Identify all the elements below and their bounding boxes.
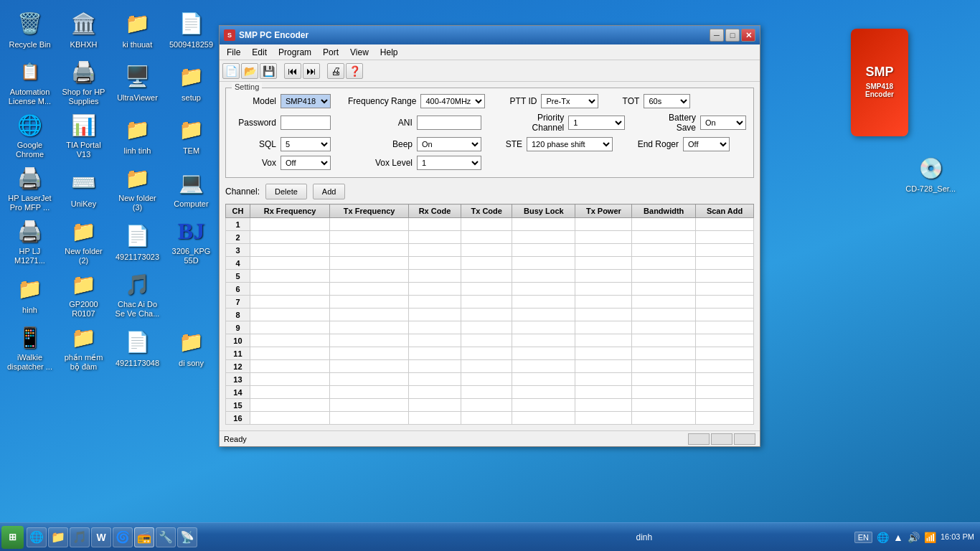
cell-data[interactable] — [575, 373, 632, 386]
table-row[interactable]: 1 — [226, 218, 754, 231]
cell-data[interactable] — [512, 347, 575, 360]
vox-level-select[interactable]: 1 — [417, 156, 481, 170]
cell-data[interactable] — [632, 231, 696, 244]
cell-data[interactable] — [575, 283, 632, 296]
cell-data[interactable] — [461, 244, 512, 257]
desktop-icon-hp-lj[interactable]: 🖨️ HP LJ M1271... — [3, 215, 57, 268]
toolbar-help-btn[interactable]: ❓ — [346, 63, 363, 79]
cell-data[interactable] — [330, 386, 409, 399]
cell-data[interactable] — [250, 270, 329, 283]
cell-data[interactable] — [575, 334, 632, 347]
cell-data[interactable] — [461, 270, 512, 283]
cell-data[interactable] — [632, 334, 696, 347]
cell-data[interactable] — [632, 283, 696, 296]
table-row[interactable]: 6 — [226, 283, 754, 296]
cell-data[interactable] — [461, 373, 512, 386]
table-row[interactable]: 2 — [226, 231, 754, 244]
cell-data[interactable] — [512, 334, 575, 347]
cell-data[interactable] — [512, 373, 575, 386]
cell-data[interactable] — [408, 334, 461, 347]
table-row[interactable]: 9 — [226, 321, 754, 334]
cell-data[interactable] — [632, 399, 696, 412]
cell-data[interactable] — [575, 360, 632, 373]
cell-data[interactable] — [575, 309, 632, 321]
cell-data[interactable] — [461, 347, 512, 360]
cell-data[interactable] — [696, 244, 754, 257]
desktop-icon-new-folder-3[interactable]: 📁 New folder (3) — [110, 162, 164, 215]
cell-data[interactable] — [632, 347, 696, 360]
toolbar-save-btn[interactable]: 💾 — [260, 63, 277, 79]
cell-data[interactable] — [575, 231, 632, 244]
cell-data[interactable] — [575, 244, 632, 257]
cell-data[interactable] — [696, 373, 754, 386]
cell-data[interactable] — [330, 399, 409, 412]
cell-data[interactable] — [330, 309, 409, 321]
cell-data[interactable] — [250, 283, 329, 296]
desktop-icon-kbhxh[interactable]: 🏛️ KBHXH — [57, 3, 110, 56]
cell-data[interactable] — [632, 321, 696, 334]
cell-data[interactable] — [330, 283, 409, 296]
cell-data[interactable] — [512, 244, 575, 257]
cell-data[interactable] — [512, 309, 575, 321]
cell-data[interactable] — [632, 360, 696, 373]
tot-select[interactable]: 60s — [644, 94, 690, 108]
table-row[interactable]: 3 — [226, 244, 754, 257]
cell-data[interactable] — [696, 334, 754, 347]
cell-data[interactable] — [461, 296, 512, 309]
cell-data[interactable] — [330, 321, 409, 334]
ste-select[interactable]: 120 phase shift — [527, 137, 613, 151]
cell-data[interactable] — [575, 270, 632, 283]
minimize-button[interactable]: ─ — [710, 29, 724, 42]
cell-data[interactable] — [408, 347, 461, 360]
desktop-icon-recycle-bin[interactable]: 🗑️ Recycle Bin — [3, 3, 57, 56]
cell-data[interactable] — [512, 231, 575, 244]
table-row[interactable]: 15 — [226, 399, 754, 412]
cell-data[interactable] — [461, 231, 512, 244]
tray-network-icon[interactable]: 🌐 — [877, 532, 889, 543]
table-row[interactable]: 7 — [226, 296, 754, 309]
cell-data[interactable] — [250, 360, 329, 373]
beep-select[interactable]: On — [417, 137, 481, 151]
desktop-icon-tem[interactable]: 📁 TEM — [164, 109, 218, 162]
cell-data[interactable] — [330, 360, 409, 373]
cell-data[interactable] — [632, 309, 696, 321]
cell-data[interactable] — [696, 386, 754, 399]
cell-data[interactable] — [250, 296, 329, 309]
taskbar-item-extra[interactable]: 📡 — [177, 527, 197, 547]
cell-data[interactable] — [461, 399, 512, 412]
cell-data[interactable] — [696, 257, 754, 270]
desktop-icon-new-folder-2[interactable]: 📁 New folder (2) — [57, 215, 110, 268]
menu-edit[interactable]: Edit — [246, 44, 273, 60]
cell-data[interactable] — [408, 386, 461, 399]
cell-data[interactable] — [408, 321, 461, 334]
cell-data[interactable] — [330, 257, 409, 270]
cell-data[interactable] — [408, 257, 461, 270]
cell-data[interactable] — [575, 399, 632, 412]
menu-file[interactable]: File — [221, 44, 246, 60]
desktop-icon-gp2000[interactable]: 📁 GP2000 R0107 — [57, 268, 110, 321]
cell-data[interactable] — [696, 296, 754, 309]
desktop-icon-setup[interactable]: 📁 setup — [164, 56, 218, 109]
cell-data[interactable] — [330, 296, 409, 309]
cell-data[interactable] — [575, 257, 632, 270]
cell-data[interactable] — [408, 283, 461, 296]
cell-data[interactable] — [250, 412, 329, 425]
cell-data[interactable] — [575, 412, 632, 425]
model-select[interactable]: SMP418 — [281, 94, 331, 108]
sql-select[interactable]: 5 — [281, 137, 331, 151]
table-row[interactable]: 8 — [226, 309, 754, 321]
cell-data[interactable] — [632, 244, 696, 257]
desktop-icon-4921173023[interactable]: 📄 4921173023 — [110, 215, 164, 268]
cell-data[interactable] — [330, 373, 409, 386]
table-row[interactable]: 5 — [226, 270, 754, 283]
window-titlebar[interactable]: S SMP PC Encoder ─ □ ✕ — [220, 26, 760, 44]
table-row[interactable]: 10 — [226, 334, 754, 347]
menu-view[interactable]: View — [344, 44, 374, 60]
add-channel-button[interactable]: Add — [313, 184, 346, 199]
table-row[interactable]: 16 — [226, 412, 754, 425]
desktop-icon-ultraviewer[interactable]: 🖥️ UltraViewer — [110, 56, 164, 109]
cell-data[interactable] — [250, 373, 329, 386]
cell-data[interactable] — [330, 231, 409, 244]
tray-arrow-icon[interactable]: ▲ — [893, 532, 903, 543]
freq-range-select[interactable]: 400-470MHz — [420, 94, 485, 108]
